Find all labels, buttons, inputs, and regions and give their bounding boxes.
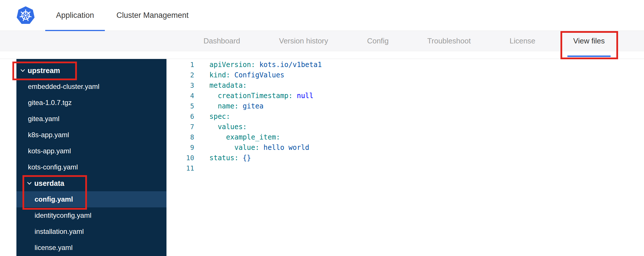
app-subnav: Dashboard Version history Config Trouble… xyxy=(0,31,644,51)
code-text: kind: ConfigValues xyxy=(209,70,284,80)
code-line: 8 example_item: xyxy=(166,132,644,142)
tree-item-label: userdata xyxy=(34,179,64,188)
code-line: 6spec: xyxy=(166,111,644,122)
tree-file-kots-app.yaml[interactable]: kots-app.yaml xyxy=(16,143,166,159)
code-text: metadata: xyxy=(209,80,247,91)
tree-item-label: gitea-1.0.7.tgz xyxy=(28,99,72,107)
top-header: Application Cluster Management xyxy=(0,0,644,31)
tree-item-label: installation.yaml xyxy=(35,228,84,236)
tab-license[interactable]: License xyxy=(509,31,535,51)
line-number: 2 xyxy=(166,70,194,80)
line-number: 4 xyxy=(166,91,194,101)
tab-troubleshoot[interactable]: Troubleshoot xyxy=(427,31,471,51)
yaml-file-viewer[interactable]: 1apiVersion: kots.io/v1beta12kind: Confi… xyxy=(166,59,644,256)
view-files-active-underline xyxy=(567,56,611,57)
code-text: name: gitea xyxy=(209,101,264,111)
tree-item-label: k8s-app.yaml xyxy=(28,131,69,139)
tree-folder-upstream[interactable]: upstream xyxy=(16,62,166,79)
kubernetes-logo-icon xyxy=(16,6,35,24)
chevron-down-icon xyxy=(27,182,32,185)
code-text: creationTimestamp: null xyxy=(209,91,313,101)
code-line: 11 xyxy=(166,163,644,173)
tree-item-label: upstream xyxy=(28,66,60,75)
code-text: spec: xyxy=(209,111,230,122)
kots-admin-console: Application Cluster Management Dashboard… xyxy=(0,0,644,256)
tree-file-gitea-1.0.7.tgz[interactable]: gitea-1.0.7.tgz xyxy=(16,95,166,111)
chevron-down-icon xyxy=(20,69,25,72)
tab-view-files[interactable]: View files xyxy=(573,31,605,51)
tree-file-gitea.yaml[interactable]: gitea.yaml xyxy=(16,111,166,127)
file-tree-sidebar: upstreamembedded-cluster.yamlgitea-1.0.7… xyxy=(16,59,166,256)
line-number: 10 xyxy=(166,153,194,163)
line-number: 3 xyxy=(166,80,194,91)
tree-item-label: identityconfig.yaml xyxy=(35,211,91,219)
code-text: value: hello world xyxy=(209,142,309,153)
tree-file-installation.yaml[interactable]: installation.yaml xyxy=(16,223,166,240)
line-number: 5 xyxy=(166,101,194,111)
code-text: apiVersion: kots.io/v1beta1 xyxy=(209,60,322,70)
tree-file-embedded-cluster.yaml[interactable]: embedded-cluster.yaml xyxy=(16,79,166,95)
tree-folder-userdata[interactable]: userdata xyxy=(16,175,166,191)
tree-item-label: embedded-cluster.yaml xyxy=(28,83,99,91)
tree-file-k8s-app.yaml[interactable]: k8s-app.yaml xyxy=(16,127,166,143)
tab-dashboard[interactable]: Dashboard xyxy=(203,31,240,51)
code-line: 2kind: ConfigValues xyxy=(166,70,644,80)
code-text: values: xyxy=(209,122,247,132)
code-text: example_item: xyxy=(209,132,280,142)
code-line: 7 values: xyxy=(166,122,644,132)
code-line: 9 value: hello world xyxy=(166,142,644,153)
code-line: 5 name: gitea xyxy=(166,101,644,111)
tree-item-label: kots-app.yaml xyxy=(28,147,71,155)
tree-file-identityconfig.yaml[interactable]: identityconfig.yaml xyxy=(16,207,166,223)
tree-file-license.yaml[interactable]: license.yaml xyxy=(16,240,166,256)
tree-item-label: kots-config.yaml xyxy=(28,163,78,171)
tab-cluster-management[interactable]: Cluster Management xyxy=(113,0,192,31)
code-line: 10status: {} xyxy=(166,153,644,163)
code-line: 1apiVersion: kots.io/v1beta1 xyxy=(166,60,644,70)
code-text: status: {} xyxy=(209,153,251,163)
line-number: 7 xyxy=(166,122,194,132)
code-line: 4 creationTimestamp: null xyxy=(166,91,644,101)
code-line: 3metadata: xyxy=(166,80,644,91)
line-number: 8 xyxy=(166,132,194,142)
tab-config[interactable]: Config xyxy=(367,31,389,51)
line-number: 1 xyxy=(166,60,194,70)
tree-item-label: license.yaml xyxy=(35,244,73,252)
tab-application[interactable]: Application xyxy=(45,0,105,31)
line-number: 11 xyxy=(166,163,194,173)
tree-item-label: config.yaml xyxy=(35,195,73,203)
line-number: 6 xyxy=(166,111,194,122)
tab-version-history[interactable]: Version history xyxy=(279,31,328,51)
tree-file-kots-config.yaml[interactable]: kots-config.yaml xyxy=(16,159,166,175)
line-number: 9 xyxy=(166,142,194,153)
tree-item-label: gitea.yaml xyxy=(28,115,59,123)
tree-file-config.yaml[interactable]: config.yaml xyxy=(16,191,166,207)
file-tree: upstreamembedded-cluster.yamlgitea-1.0.7… xyxy=(16,59,166,256)
